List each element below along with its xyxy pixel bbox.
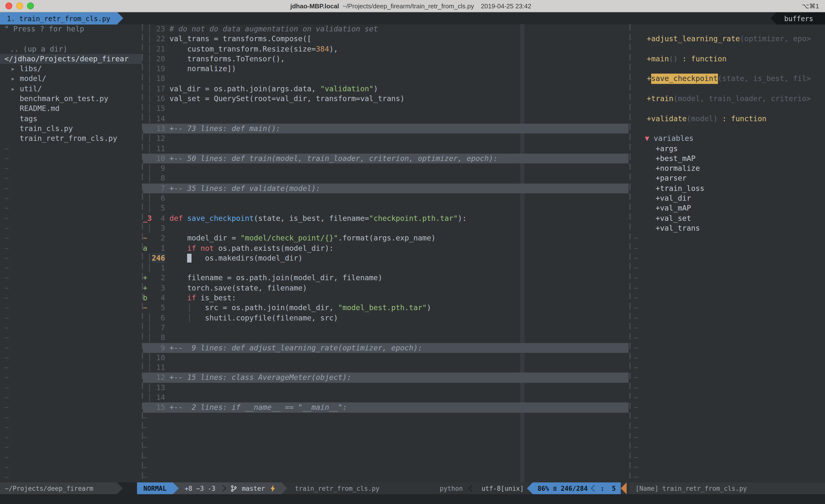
code-line[interactable]: _34def save_checkpoint(state, is_best, f… [143,213,628,223]
tag-variable[interactable]: +parser [630,173,825,183]
code-line[interactable]: + 3 torch.save(state, filename) [143,283,628,293]
code-line[interactable]: │246 os.makedirs(model_dir) [143,253,628,263]
code-line[interactable]: │20 transforms.ToTensor(), [143,54,628,64]
code-line[interactable]: │8 [143,333,628,343]
column-position: : 5 [600,485,616,492]
tab-train-retr-from-cls[interactable]: 1. train_retr_from_cls.py [0,12,117,24]
tag-function [630,124,825,134]
empty-line: ~ [0,423,142,433]
code-line[interactable]: b 4 if is_best: [143,293,628,303]
tag-function[interactable]: +adjust_learning_rate(optimizer, epo> [630,34,825,44]
tag-variable[interactable]: +normalize [630,163,825,173]
code-line[interactable]: + 2 filename = os.path.join(model_dir, f… [143,273,628,283]
code-line[interactable]: │1 [143,263,628,273]
code-line[interactable]: │6 [143,193,628,203]
code-line[interactable]: ~ 2 model_dir = "model/check_point/{}".f… [143,233,628,243]
code-line[interactable]: │14 [143,393,628,403]
code-line[interactable]: │11 [143,144,628,154]
tree-file[interactable]: train_retr_from_cls.py [0,134,142,144]
code-line[interactable]: │21 custom_transform.Resize(size=384), [143,44,628,54]
tag-variable[interactable]: +best_mAP [630,154,825,164]
code-line[interactable]: │14 [143,113,628,124]
powerline-separator-icon [281,482,287,494]
code-line[interactable]: │19 normalize]) [143,64,628,74]
window-title: jdhao-MBP.local~/Projects/deep_firearm/t… [0,2,825,10]
empty-line: ~ [630,423,825,433]
gitgutter-sign: + [143,273,152,283]
folded-code-line[interactable]: 15+-- 2 lines: if __name__ == "__main__"… [143,403,628,413]
tag-function [630,44,825,54]
filetype-indicator: python [440,485,463,492]
empty-line: ~ [630,323,825,333]
code-line[interactable]: │5 [143,203,628,214]
chevron-left-icon [469,485,475,492]
tag-function[interactable]: +main() : function [630,54,825,64]
empty-line: ~ [630,452,825,463]
tag-function [630,64,825,74]
tag-function[interactable]: +validate(model) : function [630,113,825,124]
tree-file[interactable]: tags [0,113,142,124]
tab-label: 1. train_retr_from_cls.py [7,14,110,22]
code-line[interactable]: │3 [143,223,628,233]
code-line[interactable]: │23# do not do data augmentation on vali… [143,24,628,34]
code-line[interactable]: │7 [143,323,628,333]
window-title-path: ~/Projects/deep_firearm/train_retr_from_… [343,2,474,10]
code-line[interactable]: │22val_trans = transforms.Compose([ [143,34,628,44]
code-line[interactable]: │6 │ shutil.copyfile(filename, src) [143,313,628,323]
tree-item[interactable]: </jdhao/Projects/deep_firear [0,54,142,64]
folded-code-line[interactable]: 10+-- 50 lines: def train(model, train_l… [143,154,628,164]
empty-line: ~ [0,163,142,173]
tag-variable[interactable]: +val_dir [630,193,825,203]
tag-function[interactable]: +train(model, train_loader, criterio> [630,94,825,104]
code-line[interactable]: a 1 if not os.path.exists(model_dir): [143,243,628,253]
empty-line: ~ [0,403,142,413]
tree-file[interactable]: train_cls.py [0,124,142,134]
tag-variable[interactable]: +val_set [630,213,825,223]
powerline-separator-icon [621,482,626,494]
tag-variable[interactable]: +val_mAP [630,203,825,214]
code-line[interactable]: │9 [143,163,628,173]
tag-variable[interactable]: +val_trans [630,223,825,233]
folded-code-line[interactable]: 9+-- 9 lines: def adjust_learning_rate(o… [143,343,628,353]
tree-directory[interactable]: ▸ libs/ [0,64,142,74]
tag-variable[interactable]: +args [630,144,825,154]
command-line[interactable] [0,494,825,504]
tree-file[interactable]: README.md [0,104,142,114]
tag-kind-header[interactable]: ▼ variables [630,134,825,144]
code-line[interactable]: │15 [143,104,628,114]
code-line[interactable]: │13 [143,383,628,393]
tag-function [630,84,825,94]
git-hunks: +8 ~3 -3 [184,485,215,492]
empty-line: ~ [0,472,142,482]
code-line[interactable]: │10 [143,353,628,363]
code-line[interactable]: │8 [143,173,628,183]
empty-line: ~ [0,323,142,333]
empty-line: ~ [0,233,142,243]
statusline-fill [123,482,137,494]
empty-line: ~ [630,343,825,353]
tree-directory[interactable]: ▸ util/ [0,84,142,94]
tree-item: " Press ? for help [0,24,142,34]
tag-function[interactable]: +save_checkpoint(state, is_best, fil> [630,74,825,84]
gitgutter-sign: ~ [143,233,152,243]
code-line[interactable]: │11 [143,363,628,373]
tag-variable[interactable]: +train_loss [630,183,825,193]
empty-line: ~ [630,442,825,452]
empty-line: ~ [630,233,825,243]
scroll-percent: 86% [537,485,549,492]
folded-code-line[interactable]: 12+-- 15 lines: class AverageMeter(objec… [143,373,628,383]
empty-line: ~ [0,173,142,183]
code-line[interactable]: │16val_set = QuerySet(root=val_dir, tran… [143,94,628,104]
tree-file[interactable]: benchmark_on_test.py [0,94,142,104]
tree-item[interactable]: .. (up a dir) [0,44,142,54]
code-line[interactable]: │18 [143,74,628,84]
tree-directory[interactable]: ▸ model/ [0,74,142,84]
empty-line: ~ [630,253,825,263]
folded-code-line[interactable]: 7+-- 35 lines: def validate(model): [143,183,628,193]
empty-line: ~ [630,313,825,323]
code-line[interactable]: │17val_dir = os.path.join(args.data, "va… [143,84,628,94]
empty-line: ~ [0,432,142,442]
code-line[interactable]: ~ 5 │ src = os.path.join(model_dir, "mod… [143,303,628,313]
code-line[interactable]: │12 [143,134,628,144]
folded-code-line[interactable]: 13+-- 73 lines: def main(): [143,124,628,134]
